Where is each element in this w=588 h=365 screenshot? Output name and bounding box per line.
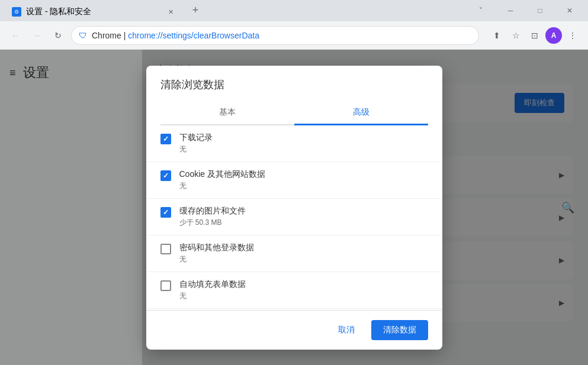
checkbox-desc-cache: 少于 50.3 MB	[179, 218, 428, 228]
checkbox-label-downloads: 下载记录	[179, 133, 428, 143]
clear-data-button[interactable]: 清除数据	[371, 320, 428, 340]
checkbox-item-autofill: 自动填充表单数据 无	[146, 272, 442, 309]
window-controls: ˅ ─ □ ✕	[467, 2, 583, 19]
reload-button[interactable]: ↻	[50, 27, 66, 44]
checkbox-item-passwords: 密码和其他登录数据 无	[146, 235, 442, 272]
more-button[interactable]: ⋮	[564, 27, 581, 44]
checkbox-passwords[interactable]	[160, 244, 171, 254]
clear-browsing-dialog: 清除浏览数据 基本 高级 ✓ 下载记录 无	[146, 66, 442, 350]
checkbox-label-cache: 缓存的图片和文件	[179, 206, 428, 217]
share-button[interactable]: ⬆	[489, 27, 505, 44]
url-bar[interactable]: 🛡 Chrome | chrome://settings/clearBrowse…	[71, 26, 479, 45]
new-tab-button[interactable]: +	[187, 2, 204, 18]
checkbox-content-downloads: 下载记录 无	[179, 133, 428, 154]
checkbox-item-downloads: ✓ 下载记录 无	[146, 125, 442, 162]
overlay: 清除浏览数据 基本 高级 ✓ 下载记录 无	[0, 50, 588, 365]
url-path: chrome://settings/clearBrowserData	[128, 31, 259, 40]
tab-search-button[interactable]: ⊡	[526, 27, 543, 44]
url-prefix: Chrome	[92, 31, 121, 40]
checkbox-desc-passwords: 无	[179, 254, 428, 264]
checkbox-content-passwords: 密码和其他登录数据 无	[179, 243, 428, 264]
chevron-btn[interactable]: ˅	[467, 2, 494, 19]
dialog-title: 清除浏览数据	[160, 77, 428, 92]
security-icon: 🛡	[79, 31, 87, 40]
checkbox-label-passwords: 密码和其他登录数据	[179, 243, 428, 253]
cancel-button[interactable]: 取消	[329, 320, 364, 340]
forward-button[interactable]: →	[28, 27, 45, 44]
checkbox-content-autofill: 自动填充表单数据 无	[179, 279, 428, 301]
dialog-tabs: 基本 高级	[160, 101, 428, 125]
tab-advanced[interactable]: 高级	[294, 101, 428, 125]
title-bar: ⚙ 设置 - 隐私和安全 ✕ + ˅ ─ □ ✕	[0, 0, 588, 21]
back-button[interactable]: ←	[7, 27, 24, 44]
checkbox-cookies[interactable]: ✓	[160, 170, 171, 181]
checkbox-item-cache: ✓ 缓存的图片和文件 少于 50.3 MB	[146, 199, 442, 235]
tab-favicon: ⚙	[12, 7, 21, 17]
checkbox-desc-cookies: 无	[179, 181, 428, 191]
settings-page: ≡ 设置 安全检查 🛡 Chrome 即刻检查 隐私和安全 🗑	[0, 50, 588, 365]
dialog-footer: 取消 清除数据	[146, 310, 442, 350]
checkbox-desc-autofill: 无	[179, 291, 428, 301]
checkbox-desc-downloads: 无	[179, 144, 428, 154]
checkbox-downloads[interactable]: ✓	[160, 134, 171, 144]
checkbox-content-cookies: Cookie 及其他网站数据 无	[179, 169, 428, 191]
url-actions: ⬆ ☆ ⊡ A ⋮	[489, 27, 581, 44]
minimize-button[interactable]: ─	[497, 2, 524, 19]
maximize-button[interactable]: □	[526, 2, 554, 19]
tab-basic[interactable]: 基本	[160, 101, 294, 125]
url-text: Chrome | chrome://settings/clearBrowserD…	[92, 31, 259, 40]
tab-title: 设置 - 隐私和安全	[26, 7, 161, 17]
dialog-header: 清除浏览数据 基本 高级	[146, 66, 442, 125]
checkbox-content-cache: 缓存的图片和文件 少于 50.3 MB	[179, 206, 428, 228]
checkbox-label-autofill: 自动填充表单数据	[179, 279, 428, 290]
address-bar: ← → ↻ 🛡 Chrome | chrome://settings/clear…	[0, 21, 588, 50]
browser-frame: ⚙ 设置 - 隐私和安全 ✕ + ˅ ─ □ ✕ ← → ↻ 🛡 Chrome …	[0, 0, 588, 365]
bookmark-button[interactable]: ☆	[507, 27, 524, 44]
tab-close-button[interactable]: ✕	[166, 7, 175, 17]
checkbox-autofill[interactable]	[160, 280, 171, 291]
checkbox-item-site-settings: 网站设置 无	[146, 309, 442, 310]
checkbox-cache[interactable]: ✓	[160, 207, 171, 218]
checkbox-item-cookies: ✓ Cookie 及其他网站数据 无	[146, 162, 442, 199]
dialog-body: ✓ 下载记录 无 ✓ Cookie 及其他网站数据	[146, 125, 442, 310]
profile-button[interactable]: A	[545, 27, 562, 44]
close-button[interactable]: ✕	[556, 2, 583, 19]
checkbox-label-cookies: Cookie 及其他网站数据	[179, 169, 428, 180]
